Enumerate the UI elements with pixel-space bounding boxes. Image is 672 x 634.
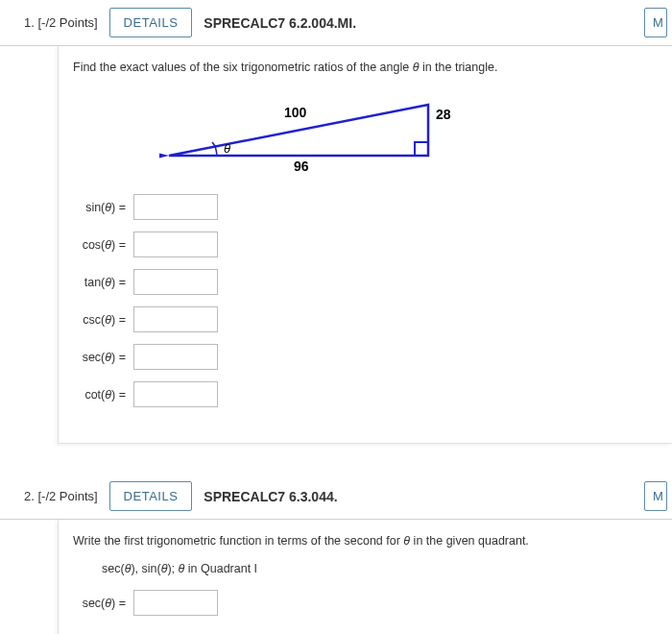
ratio-row-csc: csc(θ) =: [73, 306, 658, 332]
question-prompt: Find the exact values of the six trigono…: [73, 61, 658, 74]
details-button[interactable]: DETAILS: [109, 8, 193, 37]
ratio-row-sec: sec(θ) =: [73, 344, 658, 370]
svg-text:θ: θ: [224, 141, 230, 156]
ratio-label: cos(θ) =: [73, 238, 126, 252]
sec-answer-input[interactable]: [133, 590, 218, 616]
ratio-label: csc(θ) =: [73, 313, 126, 327]
assignment-code: SPRECALC7 6.3.044.: [204, 489, 337, 504]
ratio-label: cot(θ) =: [73, 388, 126, 402]
question-2: 2. [-/2 Points] DETAILS SPRECALC7 6.3.04…: [0, 474, 672, 634]
svg-text:100: 100: [284, 105, 307, 120]
question-body: Write the first trigonometric function i…: [58, 520, 672, 634]
tan-input[interactable]: [133, 269, 218, 295]
question-header: 1. [-/2 Points] DETAILS SPRECALC7 6.2.00…: [0, 0, 672, 46]
triangle-figure: 100 96 28 θ: [159, 88, 467, 175]
ratio-row-cos: cos(θ) =: [73, 232, 658, 257]
sec-input[interactable]: [133, 344, 218, 370]
svg-text:96: 96: [294, 158, 309, 174]
details-button[interactable]: DETAILS: [109, 481, 193, 511]
question-number: 2. [-/2 Points]: [24, 489, 98, 503]
ratio-row-tan: tan(θ) =: [73, 269, 658, 295]
cot-input[interactable]: [133, 381, 218, 407]
right-button[interactable]: M: [644, 8, 667, 37]
question-number: 1. [-/2 Points]: [24, 15, 98, 30]
ratio-row-cot: cot(θ) =: [73, 381, 658, 407]
ratio-label: tan(θ) =: [73, 276, 126, 289]
csc-input[interactable]: [133, 306, 218, 332]
question-body: Find the exact values of the six trigono…: [58, 46, 672, 444]
cos-input[interactable]: [133, 232, 218, 257]
sin-input[interactable]: [133, 194, 218, 220]
question-header: 2. [-/2 Points] DETAILS SPRECALC7 6.3.04…: [0, 474, 672, 520]
svg-marker-4: [159, 153, 169, 158]
answer-row: sec(θ) =: [73, 590, 658, 616]
ratio-label: sec(θ) =: [73, 351, 126, 364]
right-button[interactable]: M: [644, 481, 667, 511]
ratio-label: sin(θ) =: [73, 201, 126, 214]
given-expression: sec(θ), sin(θ); θ in Quadrant I: [102, 562, 658, 575]
svg-line-2: [212, 142, 215, 146]
question-1: 1. [-/2 Points] DETAILS SPRECALC7 6.2.00…: [0, 0, 672, 445]
assignment-code: SPRECALC7 6.2.004.MI.: [204, 15, 356, 31]
question-prompt: Write the first trigonometric function i…: [73, 534, 658, 548]
svg-rect-1: [415, 142, 428, 156]
ratio-row-sin: sin(θ) =: [73, 194, 658, 220]
answer-label: sec(θ) =: [73, 597, 126, 610]
svg-text:28: 28: [436, 107, 451, 122]
